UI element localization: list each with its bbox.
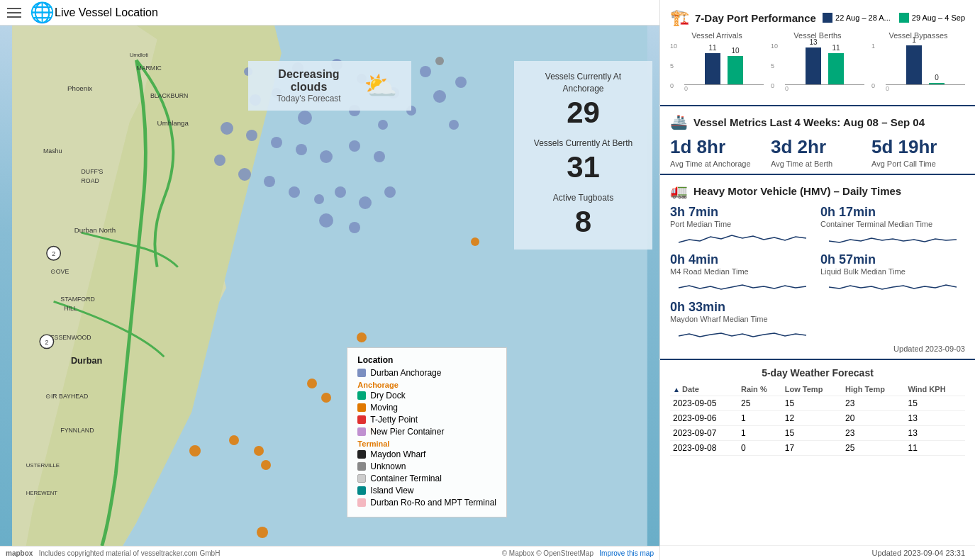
metric-anchorage: 1d 8hr Avg Time at Anchorage <box>670 136 764 168</box>
svg-text:FYNNLAND: FYNNLAND <box>60 427 94 434</box>
vessel-dot[interactable] <box>257 527 268 538</box>
vessel-dot[interactable] <box>271 137 282 148</box>
weather-cell-rain: 1 <box>738 426 782 441</box>
legend-item-islandview: Island View <box>357 486 496 495</box>
map-stats-overlay: Vessels Currently At Anchorage 29 Vessel… <box>514 61 652 250</box>
svg-text:⊙IR BAYHEAD: ⊙IR BAYHEAD <box>45 393 88 400</box>
weather-cell-date: 2023-09-07 <box>670 426 738 441</box>
sort-arrow: ▲ <box>673 386 680 393</box>
svg-text:ROAD: ROAD <box>82 177 99 184</box>
vessel-dot[interactable] <box>289 186 300 198</box>
hmv-section: 🚛 Heavy Motor Vehicle (HMV) – Daily Time… <box>660 175 975 360</box>
legend-period1: 22 Aug – 28 A... <box>823 13 891 23</box>
vessel-dot[interactable] <box>238 168 251 181</box>
vessel-dot[interactable] <box>254 446 264 456</box>
vessel-dot[interactable] <box>319 213 333 228</box>
hmv-maydon-label: Maydon Wharf Median Time <box>670 315 815 323</box>
vessel-dot[interactable] <box>420 66 431 77</box>
map-background[interactable]: Phoenix MARMIC Umdloti BLACKBURN Umhlang… <box>0 26 659 546</box>
vessel-dot[interactable] <box>359 196 372 209</box>
col-low[interactable]: Low Temp <box>782 383 842 396</box>
right-panel-footer: Updated 2023-09-04 23:31 <box>660 545 975 560</box>
chart-arrivals-title: Vessel Arrivals <box>670 31 764 40</box>
map-footer: mapbox Includes copyrighted material of … <box>0 546 659 560</box>
vessel-dot[interactable] <box>229 435 239 445</box>
hmv-m4-sparkline <box>670 277 815 294</box>
mapbox-logo: mapbox <box>6 549 33 557</box>
legend-period2: 29 Aug – 4 Sep <box>899 13 965 23</box>
legend-color-newpier <box>357 427 366 436</box>
vessel-dot[interactable] <box>264 176 275 187</box>
legend-label-newpier: New Pier Container <box>370 427 444 437</box>
right-panel: 🏗️ 7-Day Port Performance 22 Aug – 28 A.… <box>659 0 975 560</box>
vessel-dot[interactable] <box>314 194 324 204</box>
legend-label-container: Container Terminal <box>370 474 442 483</box>
hmv-icon: 🚛 <box>670 182 688 199</box>
chart-bypasses: Vessel Bypasses 1 0 1 0 <box>871 31 965 99</box>
legend-label-dry-dock: Dry Dock <box>370 391 405 401</box>
period2-swatch <box>899 13 909 23</box>
vessel-dot[interactable] <box>449 120 459 130</box>
vessel-dot[interactable] <box>307 379 317 388</box>
weather-cell-high: 23 <box>842 396 906 411</box>
improve-map-link[interactable]: Improve this map <box>599 549 654 557</box>
vessel-dot[interactable] <box>296 144 307 155</box>
legend-item-unknown: Unknown <box>357 461 496 471</box>
vessel-dot[interactable] <box>374 151 385 162</box>
vessel-dot[interactable] <box>349 140 360 152</box>
period2-label: 29 Aug – 4 Sep <box>912 13 965 22</box>
hmv-maydon-value: 0h 33min <box>670 300 815 315</box>
vessel-dot[interactable] <box>471 237 479 246</box>
hmv-maydon-sparkline <box>670 325 815 342</box>
vessel-dot[interactable] <box>455 77 467 88</box>
col-date[interactable]: ▲ Date <box>670 383 738 396</box>
weather-cell-date: 2023-09-06 <box>670 411 738 426</box>
vessel-dot[interactable] <box>189 445 201 457</box>
vessel-dot[interactable] <box>433 90 446 103</box>
globe-icon: 🌐 <box>30 1 55 24</box>
map-copyright: Includes copyrighted material of vesselt… <box>39 549 221 557</box>
weather-cell-low: 15 <box>782 426 842 441</box>
port-perf-charts: Vessel Arrivals 10 5 0 11 10 <box>670 31 965 99</box>
legend-color-islandview <box>357 486 366 495</box>
vessel-metrics-icon: 🚢 <box>670 113 688 130</box>
hamburger-menu[interactable] <box>7 8 21 18</box>
svg-text:Durban North: Durban North <box>74 226 116 234</box>
weather-condition: Decreasing clouds <box>262 68 355 94</box>
vessel-dot[interactable] <box>349 222 360 233</box>
vessel-dot[interactable] <box>378 120 388 130</box>
vessel-dot[interactable] <box>298 111 312 125</box>
vessel-dot[interactable] <box>335 186 346 198</box>
svg-text:Umhlanga: Umhlanga <box>157 119 189 127</box>
hmv-header: 🚛 Heavy Motor Vehicle (HMV) – Daily Time… <box>670 182 965 199</box>
hmv-liquidbulk-sparkline <box>820 277 965 294</box>
map-panel: 🌐 Live Vessel Location Phoenix MARMIC Um… <box>0 0 659 560</box>
col-high[interactable]: High Temp <box>842 383 906 396</box>
chart-arrivals-y-labels: 10 5 0 <box>670 43 677 89</box>
vessel-dot[interactable] <box>320 150 333 163</box>
col-wind[interactable]: Wind KPH <box>906 383 965 396</box>
vessel-dot[interactable] <box>435 57 444 65</box>
svg-text:STAMFORD: STAMFORD <box>60 296 94 303</box>
vessel-dot[interactable] <box>321 393 331 403</box>
legend-item-tjetty: T-Jetty Point <box>357 415 496 425</box>
map-header: 🌐 Live Vessel Location <box>0 0 659 26</box>
weather-cell-wind: 13 <box>906 411 965 426</box>
berth-count: 31 <box>528 150 638 185</box>
hmv-liquidbulk-label: Liquid Bulk Median Time <box>820 267 965 276</box>
legend-item-durban-roro: Durban Ro-Ro and MPT Terminal <box>357 498 496 508</box>
weather-cell-wind: 11 <box>906 441 965 456</box>
legend-title: Location <box>357 355 496 365</box>
weather-cell-rain: 0 <box>738 441 782 456</box>
vessel-dot[interactable] <box>261 460 271 470</box>
map-title: Live Vessel Location <box>55 6 158 19</box>
vessel-dot[interactable] <box>384 186 396 198</box>
vessel-dot[interactable] <box>246 130 257 141</box>
weather-table: ▲ Date Rain % Low Temp High Temp Wind KP… <box>670 383 965 456</box>
vessel-dot[interactable] <box>221 122 233 135</box>
svg-text:Mashu: Mashu <box>43 147 62 155</box>
hmv-container: 0h 17min Container Terminal Median Time <box>820 205 965 247</box>
col-rain[interactable]: Rain % <box>738 383 782 396</box>
vessel-dot[interactable] <box>357 332 367 342</box>
vessel-dot[interactable] <box>214 155 225 166</box>
